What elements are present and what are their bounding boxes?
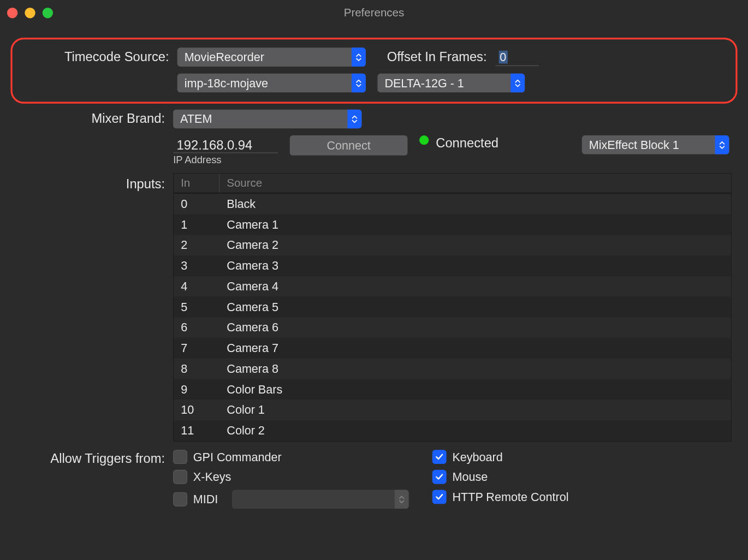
inputs-header-source[interactable]: Source (219, 174, 731, 193)
connection-status-text: Connected (436, 135, 498, 151)
trigger-item: Keyboard (432, 450, 569, 464)
table-row[interactable]: 7Camera 7 (174, 338, 731, 359)
table-row[interactable]: 4Camera 4 (174, 276, 731, 297)
preferences-window: Preferences Timecode Source: MovieRecord… (0, 0, 748, 560)
table-row[interactable]: 9Color Bars (174, 379, 731, 400)
timecode-host-value: imp-18c-mojave (177, 76, 352, 90)
inputs-table-header: In Source (174, 174, 731, 194)
connection-status-dot (419, 135, 429, 145)
checkbox[interactable] (432, 450, 447, 464)
table-row[interactable]: 10Color 1 (174, 400, 731, 420)
table-row[interactable]: 1Camera 1 (174, 215, 731, 235)
input-source: Camera 1 (219, 218, 731, 231)
inputs-label: Inputs: (16, 173, 173, 192)
input-source: Color 1 (219, 403, 731, 417)
traffic-lights (7, 8, 53, 18)
input-number: 3 (174, 259, 219, 273)
timecode-source-popup[interactable]: MovieRecorder (177, 47, 366, 67)
input-number: 10 (174, 403, 219, 417)
checkbox[interactable] (173, 470, 187, 484)
trigger-item: GPI Commander (173, 450, 432, 464)
chevron-updown-icon (715, 135, 729, 154)
close-button[interactable] (7, 8, 17, 18)
table-row[interactable]: 8Camera 8 (174, 359, 731, 379)
input-number: 4 (174, 279, 219, 293)
offset-frames-field[interactable]: 0 (495, 48, 539, 65)
trigger-item: HTTP Remote Control (432, 490, 569, 504)
input-number: 1 (174, 218, 219, 231)
ip-address-value: 192.168.0.94 (177, 138, 253, 152)
table-row[interactable]: 5Camera 5 (174, 297, 731, 318)
input-source: Camera 7 (219, 342, 731, 355)
mixer-brand-value: ATEM (173, 112, 347, 126)
input-source: Camera 4 (219, 279, 731, 293)
offset-label: Offset In Frames: (387, 50, 487, 65)
timecode-source-label: Timecode Source: (21, 50, 177, 65)
trigger-label: GPI Commander (193, 450, 282, 464)
inputs-header-in[interactable]: In (174, 174, 219, 193)
mixeffect-block-value: MixEffect Block 1 (582, 138, 715, 152)
table-row[interactable]: 11Color 2 (174, 420, 731, 441)
input-number: 2 (174, 239, 219, 252)
checkbox[interactable] (432, 490, 447, 504)
input-source: Black (219, 197, 731, 211)
offset-frames-value: 0 (498, 51, 507, 64)
table-row[interactable]: 0Black (174, 194, 731, 215)
timecode-device-value: DELTA-12G - 1 (377, 76, 510, 90)
trigger-label: Keyboard (452, 450, 502, 464)
table-row[interactable]: 6Camera 6 (174, 317, 731, 338)
input-number: 7 (174, 342, 219, 355)
chevron-updown-icon (352, 47, 366, 67)
mixer-brand-popup[interactable]: ATEM (173, 110, 361, 129)
chevron-updown-icon (510, 74, 525, 93)
input-source: Camera 8 (219, 362, 731, 376)
trigger-label: MIDI (193, 492, 218, 506)
trigger-item: X-Keys (173, 470, 432, 484)
input-number: 0 (174, 197, 219, 211)
chevron-updown-icon (395, 490, 409, 509)
midi-device-popup[interactable] (232, 490, 409, 509)
trigger-label: Mouse (452, 470, 488, 484)
input-source: Color Bars (219, 383, 731, 396)
timecode-host-popup[interactable]: imp-18c-mojave (177, 74, 366, 93)
input-number: 8 (174, 362, 219, 376)
trigger-item: Mouse (432, 470, 569, 484)
mixer-brand-label: Mixer Brand: (16, 111, 173, 127)
timecode-device-popup[interactable]: DELTA-12G - 1 (377, 74, 525, 93)
mixeffect-block-popup[interactable]: MixEffect Block 1 (582, 135, 729, 154)
input-source: Camera 6 (219, 321, 731, 335)
timecode-source-value: MovieRecorder (177, 50, 352, 64)
minimize-button[interactable] (25, 8, 35, 18)
chevron-updown-icon (347, 110, 361, 129)
trigger-label: HTTP Remote Control (452, 490, 568, 504)
window-title: Preferences (0, 7, 748, 20)
inputs-table-body[interactable]: 0Black1Camera 12Camera 23Camera 34Camera… (174, 194, 731, 441)
timecode-highlight: Timecode Source: MovieRecorder Offset In… (10, 38, 737, 104)
ip-address-field[interactable]: 192.168.0.94 (173, 135, 278, 153)
checkbox[interactable] (432, 470, 447, 484)
table-row[interactable]: 2Camera 2 (174, 235, 731, 255)
input-source: Camera 3 (219, 259, 731, 273)
ip-address-label: IP Address (173, 154, 278, 166)
input-source: Camera 5 (219, 300, 731, 314)
connect-label: Connect (326, 139, 370, 152)
input-number: 5 (174, 300, 219, 314)
table-row[interactable]: 3Camera 3 (174, 255, 731, 276)
connect-button[interactable]: Connect (290, 135, 408, 156)
input-source: Color 2 (219, 424, 731, 438)
input-number: 6 (174, 321, 219, 335)
trigger-label: X-Keys (193, 470, 231, 484)
zoom-button[interactable] (43, 8, 53, 18)
checkbox[interactable] (173, 492, 187, 507)
input-number: 11 (174, 424, 219, 438)
trigger-item: MIDI (173, 490, 432, 509)
chevron-updown-icon (352, 74, 366, 93)
input-source: Camera 2 (219, 239, 731, 252)
inputs-table: In Source 0Black1Camera 12Camera 23Camer… (173, 173, 732, 442)
input-number: 9 (174, 383, 219, 396)
titlebar: Preferences (0, 0, 748, 26)
triggers-label: Allow Triggers from: (16, 450, 173, 509)
checkbox[interactable] (173, 450, 187, 464)
